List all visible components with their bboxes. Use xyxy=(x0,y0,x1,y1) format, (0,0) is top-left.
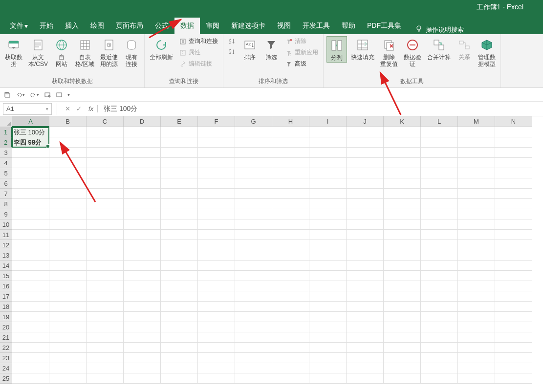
enter-icon[interactable]: ✓ xyxy=(73,105,85,112)
cell[interactable] xyxy=(272,148,309,158)
cell[interactable] xyxy=(495,302,532,312)
remove-duplicates-button[interactable]: 删除 重复值 xyxy=(378,36,400,69)
cell[interactable] xyxy=(309,343,347,353)
cell[interactable] xyxy=(49,261,87,271)
cell[interactable] xyxy=(161,219,198,230)
cell[interactable] xyxy=(421,332,458,343)
existing-connections-button[interactable]: 现有 连接 xyxy=(122,36,141,69)
cell[interactable] xyxy=(49,291,87,302)
cell[interactable] xyxy=(458,127,495,137)
sort-az-button[interactable]: AZ xyxy=(226,36,238,46)
cell[interactable] xyxy=(384,148,421,158)
cell[interactable] xyxy=(198,209,235,219)
cell[interactable] xyxy=(87,219,124,230)
cell[interactable] xyxy=(198,250,235,261)
cell[interactable] xyxy=(124,127,161,137)
cell[interactable] xyxy=(49,322,87,332)
cell[interactable] xyxy=(235,148,272,158)
cell[interactable] xyxy=(49,230,87,240)
row-header[interactable]: 2 xyxy=(0,137,12,148)
column-header[interactable]: F xyxy=(198,116,235,127)
sort-za-button[interactable]: ZA xyxy=(226,47,238,57)
cell[interactable] xyxy=(421,158,458,168)
cell[interactable] xyxy=(495,261,532,271)
cell[interactable] xyxy=(161,302,198,312)
cell[interactable] xyxy=(49,302,87,312)
cell[interactable] xyxy=(384,271,421,281)
cell[interactable] xyxy=(49,189,87,199)
cell[interactable] xyxy=(198,127,235,137)
cell[interactable] xyxy=(347,230,384,240)
cell[interactable] xyxy=(384,127,421,137)
row-header[interactable]: 6 xyxy=(0,178,12,189)
cell[interactable] xyxy=(495,137,532,148)
cell[interactable] xyxy=(272,209,309,219)
cell[interactable] xyxy=(384,281,421,291)
cell[interactable] xyxy=(235,219,272,230)
cell[interactable] xyxy=(458,261,495,271)
cell[interactable] xyxy=(347,219,384,230)
cell[interactable] xyxy=(161,189,198,199)
name-box[interactable]: A1▾ xyxy=(3,103,52,115)
cell[interactable] xyxy=(495,219,532,230)
cell[interactable] xyxy=(12,353,49,363)
row-header[interactable]: 1 xyxy=(0,127,12,137)
row-header[interactable]: 22 xyxy=(0,343,12,353)
row-header[interactable]: 16 xyxy=(0,281,12,291)
row-header[interactable]: 11 xyxy=(0,230,12,240)
row-header[interactable]: 15 xyxy=(0,271,12,281)
cell[interactable]: 李四 98分 xyxy=(12,137,49,148)
cell[interactable] xyxy=(495,281,532,291)
cell[interactable] xyxy=(458,240,495,250)
cell[interactable] xyxy=(87,178,124,189)
cell[interactable] xyxy=(87,312,124,322)
cell[interactable] xyxy=(495,127,532,137)
cell[interactable] xyxy=(124,158,161,168)
cell[interactable] xyxy=(458,353,495,363)
cell[interactable] xyxy=(384,137,421,148)
cell[interactable] xyxy=(124,240,161,250)
cell[interactable] xyxy=(49,148,87,158)
cell[interactable] xyxy=(49,127,87,137)
cell[interactable] xyxy=(161,343,198,353)
row-header[interactable]: 5 xyxy=(0,168,12,178)
cell[interactable] xyxy=(384,322,421,332)
cell[interactable] xyxy=(235,271,272,281)
cell[interactable] xyxy=(309,168,347,178)
cell[interactable] xyxy=(198,219,235,230)
cell[interactable] xyxy=(495,312,532,322)
row-header[interactable]: 10 xyxy=(0,219,12,230)
cell[interactable] xyxy=(12,189,49,199)
cell[interactable] xyxy=(235,312,272,322)
cell[interactable] xyxy=(384,312,421,322)
cell[interactable] xyxy=(12,363,49,373)
cell[interactable] xyxy=(309,373,347,384)
cell[interactable] xyxy=(458,168,495,178)
cell[interactable] xyxy=(198,291,235,302)
tab-file[interactable]: 文件▾ xyxy=(4,18,34,34)
cell[interactable] xyxy=(495,230,532,240)
cell[interactable] xyxy=(87,158,124,168)
column-header[interactable]: D xyxy=(124,116,161,127)
cell[interactable] xyxy=(384,343,421,353)
cell[interactable] xyxy=(421,230,458,240)
cell[interactable] xyxy=(458,343,495,353)
cell[interactable] xyxy=(347,322,384,332)
cell[interactable] xyxy=(458,158,495,168)
tab-new[interactable]: 新建选项卡 xyxy=(225,18,271,34)
cell[interactable] xyxy=(198,137,235,148)
tab-review[interactable]: 审阅 xyxy=(200,18,225,34)
cell[interactable] xyxy=(421,199,458,209)
cell[interactable] xyxy=(347,302,384,312)
cell[interactable] xyxy=(124,137,161,148)
cell[interactable] xyxy=(458,281,495,291)
cell[interactable] xyxy=(421,281,458,291)
cell[interactable] xyxy=(272,322,309,332)
cell[interactable] xyxy=(12,168,49,178)
tab-pdf[interactable]: PDF工具集 xyxy=(361,18,407,34)
cell[interactable] xyxy=(161,250,198,261)
cell[interactable] xyxy=(384,363,421,373)
data-validation-button[interactable]: 数据验 证 xyxy=(402,36,423,69)
cell[interactable] xyxy=(421,302,458,312)
cell[interactable] xyxy=(124,168,161,178)
